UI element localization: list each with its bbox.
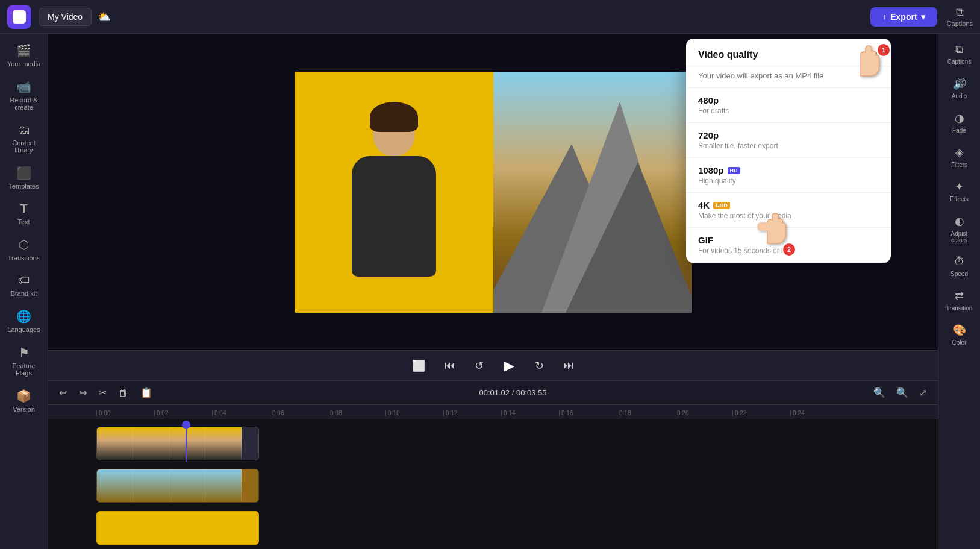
quality-option-480p[interactable]: 480p For drafts	[686, 88, 891, 123]
uhd-badge: UHD	[713, 202, 730, 209]
sidebar-item-transitions[interactable]: ⬡ Transitions	[2, 233, 46, 266]
ruler-mark: 0:00	[96, 410, 154, 416]
sidebar-item-templates[interactable]: ⬛ Templates	[2, 161, 46, 195]
right-item-label: Transition	[946, 305, 973, 312]
ruler-mark: 0:12	[443, 410, 501, 416]
zoom-out-button[interactable]: 🔍	[870, 384, 889, 401]
sidebar-item-label: Record & create	[5, 96, 43, 111]
sidebar-item-feature-flags[interactable]: ⚑ Feature Flags	[2, 340, 46, 381]
avatar-head	[373, 108, 415, 156]
quality-label-1080p: 1080p HD	[698, 165, 879, 175]
text-icon: T	[20, 202, 27, 216]
export-quality-dropdown: Video quality × Your video will export a…	[686, 39, 891, 263]
sidebar-item-version[interactable]: 📦 Version	[2, 384, 46, 418]
sidebar-item-languages[interactable]: 🌐 Languages	[2, 304, 46, 338]
transition-right-icon: ⇄	[955, 289, 964, 303]
quality-option-4k[interactable]: 4K UHD Make the most of your media	[686, 193, 891, 228]
dropdown-close-button[interactable]: ×	[872, 48, 879, 61]
avatar-hair	[370, 102, 418, 132]
clip-landscape[interactable]	[96, 469, 259, 503]
sidebar-item-label: Feature Flags	[5, 362, 43, 377]
right-item-label: Captions	[947, 58, 971, 65]
playhead	[186, 425, 187, 462]
right-item-adjust-colors[interactable]: ◐ Adjust colors	[940, 210, 979, 248]
sidebar-item-text[interactable]: T Text	[2, 197, 46, 230]
rewind-button[interactable]: ↺	[471, 356, 487, 376]
clip-yellow[interactable]	[96, 511, 259, 545]
quality-option-720p[interactable]: 720p Smaller file, faster export	[686, 123, 891, 158]
captions-label: Captions	[947, 20, 973, 27]
delete-button[interactable]: 🗑	[115, 385, 132, 401]
right-item-audio[interactable]: 🔊 Audio	[940, 72, 979, 104]
timeline-ruler: 0:00 0:02 0:04 0:06 0:08 0:10 0:12 0:14 …	[48, 405, 938, 419]
preview-left-panel	[295, 72, 493, 313]
timeline-area: ↩ ↪ ✂ 🗑 📋 00:01.02 / 00:03.55 🔍 🔍 ⤢ 0:00	[48, 380, 938, 549]
right-item-label: Fade	[952, 127, 966, 134]
captions-button[interactable]: ⧉ Captions	[947, 6, 973, 27]
track-landscape	[48, 466, 938, 505]
ruler-mark: 0:08	[328, 410, 385, 416]
sidebar-item-content-library[interactable]: 🗂 Content library	[2, 118, 46, 158]
clip-thumb-l4	[205, 469, 242, 502]
project-name-button[interactable]: My Video	[39, 8, 92, 26]
controls-bar: ⬜ ⏮ ↺ ▶ ↻ ⏭	[48, 350, 938, 380]
ruler-mark: 0:22	[732, 410, 790, 416]
cloud-sync-icon[interactable]: ⛅	[98, 10, 111, 24]
right-item-fade[interactable]: ◑ Fade	[940, 107, 979, 139]
effects-icon: ✦	[955, 180, 964, 193]
right-item-captions[interactable]: ⧉ Captions	[940, 39, 979, 70]
right-item-speed[interactable]: ⏱ Speed	[940, 251, 979, 282]
content-library-icon: 🗂	[18, 123, 30, 137]
ruler-mark: 0:06	[270, 410, 328, 416]
quality-option-1080p[interactable]: 1080p HD High quality	[686, 158, 891, 193]
sidebar-item-your-media[interactable]: 🎬 Your media	[2, 39, 46, 72]
avatar-body	[352, 156, 436, 277]
cut-button[interactable]: ✂	[95, 384, 110, 401]
dropdown-title: Video quality	[698, 49, 758, 60]
quality-desc-1080p: High quality	[698, 177, 879, 185]
clip-thumb-l1	[97, 469, 133, 502]
audio-icon: 🔊	[953, 77, 966, 90]
quality-option-gif[interactable]: GIF For videos 15 seconds or less	[686, 228, 891, 263]
avatar-figure	[340, 84, 448, 313]
adjust-colors-icon: ◐	[955, 215, 964, 228]
sidebar-item-brand-kit[interactable]: 🏷 Brand kit	[2, 269, 46, 302]
track-content-yellow	[96, 510, 938, 546]
app-logo-inner	[13, 10, 26, 24]
right-item-label: Audio	[952, 93, 967, 99]
clip-thumb-3	[169, 427, 205, 460]
sidebar-item-record-create[interactable]: 📹 Record & create	[2, 75, 46, 116]
skip-back-button[interactable]: ⏮	[441, 356, 459, 375]
camera-off-button[interactable]: ⬜	[408, 356, 429, 376]
right-item-label: Filters	[951, 162, 967, 168]
right-item-filters[interactable]: ◈ Filters	[940, 141, 979, 173]
right-item-color[interactable]: 🎨 Color	[940, 319, 979, 351]
languages-icon: 🌐	[16, 309, 31, 324]
clip-person[interactable]	[96, 427, 259, 460]
sidebar-item-label: Your media	[7, 60, 40, 67]
skip-forward-button[interactable]: ⏭	[560, 356, 578, 375]
ruler-mark: 0:24	[790, 410, 848, 416]
sidebar-item-label: Content library	[5, 139, 43, 154]
ruler-mark: 0:14	[501, 410, 559, 416]
timeline-time: 00:01.02 / 00:03.55	[161, 388, 865, 397]
copy-button[interactable]: 📋	[137, 384, 156, 401]
sidebar-item-label: Version	[13, 406, 35, 413]
quality-label-gif: GIF	[698, 235, 879, 245]
redo-button[interactable]: ↪	[75, 384, 90, 401]
zoom-in-button[interactable]: 🔍	[893, 384, 912, 401]
export-button[interactable]: ↑ Export ▾	[870, 7, 937, 27]
right-item-label: Speed	[950, 271, 968, 277]
captions-icon: ⧉	[956, 6, 964, 19]
fast-forward-button[interactable]: ↻	[531, 356, 548, 376]
track-content-person	[96, 425, 938, 462]
right-item-transition[interactable]: ⇄ Transition	[940, 284, 979, 316]
play-button[interactable]: ▶	[499, 353, 519, 378]
dropdown-subtitle: Your video will export as an MP4 file	[686, 66, 891, 88]
fit-button[interactable]: ⤢	[916, 384, 931, 401]
version-icon: 📦	[16, 389, 31, 403]
app-logo	[7, 5, 31, 29]
right-item-effects[interactable]: ✦ Effects	[940, 175, 979, 207]
speed-icon: ⏱	[954, 256, 965, 268]
undo-button[interactable]: ↩	[55, 384, 70, 401]
